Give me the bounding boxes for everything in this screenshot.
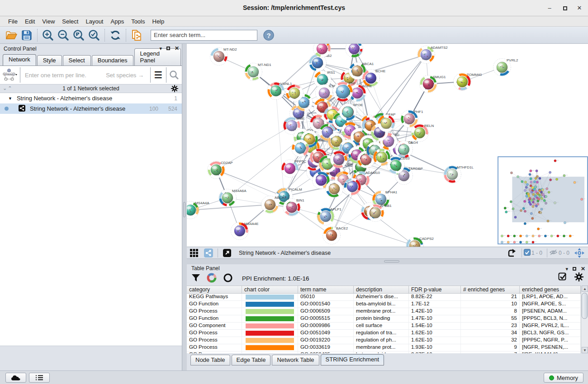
scroll-down-icon[interactable]: ▼ [582, 347, 588, 353]
close-button[interactable]: ✕ [574, 4, 584, 13]
close-panel-icon[interactable]: ✕ [175, 45, 179, 52]
copy-network-icon[interactable] [130, 28, 143, 42]
minimap-viewport[interactable] [512, 177, 584, 222]
panel-menu-icon[interactable]: ▾ [159, 46, 162, 52]
grid-view-icon[interactable] [188, 248, 200, 258]
panel-splitter[interactable] [182, 44, 187, 370]
column-header[interactable]: description [354, 286, 409, 293]
open-folder-icon[interactable] [5, 28, 18, 42]
column-header[interactable]: chart color [242, 286, 298, 293]
network-node[interactable]: CD2AP [208, 161, 233, 179]
gear-icon[interactable] [171, 85, 178, 94]
network-node[interactable]: APLP1 [317, 207, 342, 225]
table-row[interactable]: GO ComponentGO:0009986cell surface1.54E-… [187, 323, 581, 330]
scroll-up-icon[interactable]: ▲ [582, 286, 588, 292]
network-node[interactable]: MS4A6A [219, 189, 247, 207]
network-node[interactable]: SMUG1 [420, 75, 446, 93]
table-splitter[interactable] [187, 259, 588, 264]
checkbox-checked-icon[interactable] [558, 272, 567, 283]
tab-network[interactable]: Network [3, 54, 36, 66]
menu-help[interactable]: Help [149, 17, 168, 26]
column-header[interactable]: term name [298, 286, 354, 293]
tab-node-table[interactable]: Node Table [190, 355, 230, 365]
panel-menu-icon[interactable]: ▾ [565, 266, 568, 272]
string-term-input[interactable] [20, 72, 106, 79]
table-row[interactable]: GO ProcessGO:0051049regulation of tra...… [187, 330, 581, 337]
network-node[interactable]: RELN [411, 124, 434, 142]
menu-layout[interactable]: Layout [82, 17, 107, 26]
network-node[interactable] [378, 115, 395, 132]
network-node[interactable] [346, 44, 363, 58]
expand-triangle-icon[interactable]: ▼ [8, 96, 12, 101]
task-list-icon[interactable] [29, 373, 50, 383]
vertical-scrollbar[interactable]: ▲ ▼ [581, 286, 588, 353]
zoom-fit-icon[interactable] [72, 28, 85, 42]
help-icon[interactable]: ? [262, 28, 275, 42]
table-row[interactable]: GO ProcessGO:0006509membrane prot...1.42… [187, 308, 581, 315]
float-panel-icon[interactable] [573, 267, 576, 271]
refresh-icon[interactable] [109, 28, 122, 42]
gear-icon[interactable] [574, 272, 583, 283]
menu-file[interactable]: File [5, 17, 21, 26]
network-node[interactable]: MTHFD1L [444, 165, 474, 183]
network-node[interactable]: DLG4 [395, 140, 418, 159]
hidden-eye-icon[interactable] [549, 249, 558, 257]
network-node[interactable]: BACE2 [323, 226, 348, 244]
table-row[interactable]: GO ProcessGO:0019220regulation of ph...1… [187, 337, 581, 344]
network-node[interactable]: MT-ND1 [245, 63, 272, 81]
network-node[interactable]: TOMM40 [454, 73, 482, 91]
menu-view[interactable]: View [38, 17, 58, 26]
column-header[interactable]: enriched genes [520, 286, 581, 293]
network-collection-row[interactable]: ▼ String Network - Alzheimer's disease 1 [0, 93, 182, 103]
selected-checkbox-icon[interactable] [524, 249, 531, 257]
memory-button[interactable]: Memory [544, 373, 583, 383]
close-panel-icon[interactable]: ✕ [581, 266, 585, 272]
options-menu-icon[interactable]: ☰ [151, 67, 166, 83]
tab-string-enrichment[interactable]: STRING Enrichment [321, 354, 384, 365]
table-row[interactable]: KEGG Pathways05010Alzheimer's dise...8.8… [187, 294, 581, 301]
network-node[interactable]: MME [283, 117, 305, 135]
ring-icon[interactable] [223, 273, 233, 284]
cloud-icon[interactable] [5, 373, 26, 383]
save-icon[interactable] [20, 28, 33, 42]
chart-donut-icon[interactable] [207, 273, 217, 284]
table-row[interactable]: GO ProcessGO:0050435beta-amyloid m...2.0… [187, 351, 581, 353]
string-logo-icon[interactable]: STRING [0, 68, 20, 82]
maximize-button[interactable] [560, 4, 570, 13]
minimize-button[interactable]: – [545, 4, 555, 13]
float-panel-icon[interactable] [166, 47, 170, 50]
tab-edge-table[interactable]: Edge Table [232, 355, 271, 365]
splitter-grip[interactable] [384, 260, 399, 262]
network-row[interactable]: String Network - Alzheimer's disease 100… [0, 103, 182, 114]
table-row[interactable]: GO FunctionGO:0005515protein binding1.47… [187, 315, 581, 323]
column-header[interactable]: category [187, 286, 242, 293]
network-node[interactable]: APBB1 [367, 204, 392, 222]
menu-select[interactable]: Select [58, 17, 82, 26]
network-node[interactable]: PVRL2 [493, 58, 518, 76]
tab-style[interactable]: Style [37, 55, 62, 66]
share-network-icon[interactable] [203, 248, 214, 258]
scrollbar-thumb[interactable] [582, 293, 588, 319]
menu-edit[interactable]: Edit [21, 17, 38, 26]
network-node[interactable]: MS4A4E [231, 222, 259, 240]
column-header[interactable]: # enriched genes [461, 286, 520, 293]
zoom-in-icon[interactable] [41, 28, 55, 42]
menu-apps[interactable]: Apps [107, 17, 128, 26]
zoom-out-icon[interactable] [57, 28, 70, 42]
set-species-label[interactable]: Set species → [106, 72, 150, 79]
table-row[interactable]: GO ProcessGO:0033619membrane prot...1.93… [187, 344, 581, 351]
zoom-selected-icon[interactable] [87, 28, 101, 42]
network-node[interactable]: BIN1 [283, 198, 305, 216]
tab-boundaries[interactable]: Boundaries [92, 55, 133, 66]
string-search-icon[interactable] [166, 67, 182, 83]
network-node[interactable]: ADAMTS2 [417, 46, 448, 64]
tab-network-table[interactable]: Network Table [272, 355, 319, 365]
external-link-icon[interactable] [221, 248, 233, 258]
table-row[interactable]: GO FunctionGO:0001540beta-amyloid bi...1… [187, 301, 581, 308]
splitter-grip[interactable] [183, 202, 185, 217]
menu-tools[interactable]: Tools [128, 17, 148, 26]
network-canvas[interactable]: MT-ND2MT-ND1VSNL1GAB2IRS1CHATABCA1BCHEAC… [187, 44, 588, 247]
search-input[interactable] [151, 30, 257, 41]
filter-funnel-icon[interactable] [191, 273, 200, 284]
network-node[interactable]: CADPS2 [406, 237, 434, 247]
